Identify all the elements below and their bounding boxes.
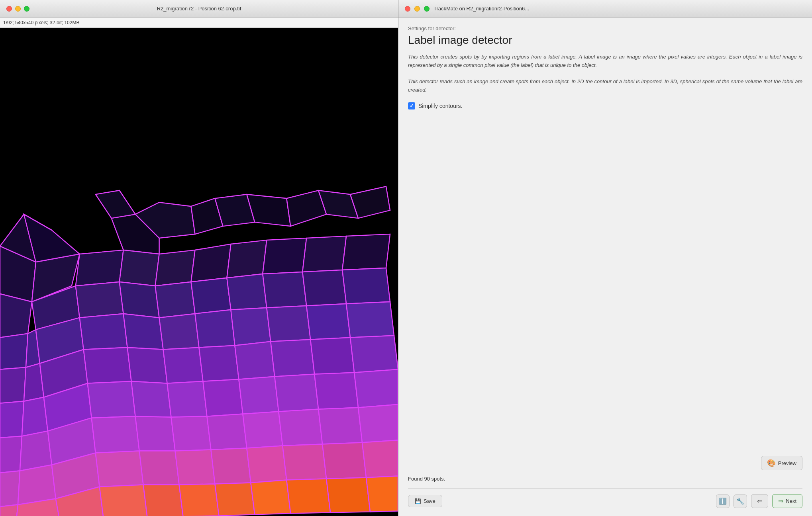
preview-button-label: Preview <box>778 460 796 466</box>
svg-marker-58 <box>131 381 171 417</box>
svg-marker-28 <box>227 274 267 310</box>
svg-marker-72 <box>243 412 282 448</box>
svg-marker-20 <box>302 236 346 272</box>
svg-marker-19 <box>263 238 306 274</box>
svg-marker-92 <box>179 484 219 516</box>
svg-marker-86 <box>362 440 398 478</box>
maximize-button-left[interactable] <box>24 6 29 12</box>
svg-marker-69 <box>135 416 175 451</box>
svg-marker-75 <box>358 405 398 443</box>
svg-marker-29 <box>263 272 306 308</box>
svg-marker-74 <box>318 408 362 444</box>
svg-marker-77 <box>18 465 56 505</box>
svg-marker-51 <box>271 340 314 377</box>
wrench-button[interactable]: 🔧 <box>734 494 747 508</box>
svg-marker-73 <box>279 409 322 446</box>
svg-marker-76 <box>0 471 20 507</box>
trackmate-window: TrackMate on R2_migrationr2-Position6...… <box>398 0 812 516</box>
svg-marker-46 <box>84 348 131 383</box>
image-window: R2_migration r2 - Position 62-crop.tif 1… <box>0 0 398 516</box>
svg-marker-95 <box>286 479 330 513</box>
svg-marker-82 <box>211 448 251 484</box>
svg-marker-55 <box>22 397 48 436</box>
svg-marker-31 <box>342 268 390 304</box>
simplify-contours-row: Simplify contours. <box>408 102 802 109</box>
trackmate-window-title: TrackMate on R2_migrationr2-Position6... <box>433 6 529 12</box>
back-button[interactable]: ⇐ <box>751 494 768 508</box>
svg-marker-32 <box>0 334 28 369</box>
svg-marker-97 <box>366 476 398 512</box>
detector-description: This detector creates spots by by import… <box>408 53 802 94</box>
svg-marker-71 <box>207 414 247 450</box>
preview-row: 🎨 Preview <box>408 456 802 470</box>
svg-marker-47 <box>127 348 167 383</box>
svg-marker-42 <box>346 302 394 338</box>
svg-marker-40 <box>267 306 310 342</box>
info-button[interactable]: ℹ️ <box>716 494 730 508</box>
svg-marker-21 <box>342 234 390 270</box>
save-button-label: Save <box>424 498 435 504</box>
bottom-toolbar: 💾 Save ℹ️ 🔧 ⇐ ⇒ Next <box>408 488 802 508</box>
svg-marker-53 <box>350 336 398 373</box>
trackmate-titlebar: TrackMate on R2_migrationr2-Position6... <box>398 0 812 18</box>
svg-marker-16 <box>155 250 195 286</box>
next-button[interactable]: ⇒ Next <box>772 494 802 508</box>
svg-marker-25 <box>120 282 159 318</box>
cell-visualization <box>0 28 398 516</box>
back-arrow-icon: ⇐ <box>757 497 762 505</box>
maximize-button-right[interactable] <box>424 6 430 12</box>
svg-marker-54 <box>0 401 24 438</box>
svg-marker-59 <box>167 381 207 417</box>
svg-marker-87 <box>0 504 18 516</box>
trackmate-bottom: 🎨 Preview Found 90 spots. 💾 Save ℹ️ 🔧 ⇐ … <box>398 451 812 516</box>
close-button-right[interactable] <box>405 6 410 12</box>
svg-marker-79 <box>96 451 143 487</box>
svg-marker-50 <box>235 342 275 379</box>
image-info-bar: 1/92; 540x540 pixels; 32-bit; 102MB <box>0 18 398 28</box>
svg-marker-80 <box>139 451 179 485</box>
svg-marker-96 <box>326 477 370 512</box>
simplify-contours-checkbox[interactable] <box>408 102 415 109</box>
svg-marker-52 <box>310 338 354 374</box>
preview-button[interactable]: 🎨 Preview <box>761 456 802 470</box>
svg-marker-27 <box>191 278 231 314</box>
save-icon: 💾 <box>415 498 421 504</box>
simplify-contours-label: Simplify contours. <box>418 103 462 109</box>
settings-label: Settings for detector: <box>408 25 802 31</box>
detector-title: Label image detector <box>408 34 802 47</box>
svg-marker-36 <box>124 314 163 350</box>
minimize-button-right[interactable] <box>414 6 420 12</box>
svg-marker-57 <box>88 381 135 418</box>
svg-marker-26 <box>155 282 195 318</box>
svg-marker-94 <box>251 480 290 514</box>
svg-marker-93 <box>215 483 255 516</box>
found-spots-text: Found 90 spots. <box>408 476 802 482</box>
minimize-button-left[interactable] <box>15 6 21 12</box>
svg-marker-70 <box>171 416 211 451</box>
wrench-icon: 🔧 <box>736 497 744 505</box>
trackmate-content: Settings for detector: Label image detec… <box>398 18 812 451</box>
image-window-title: R2_migration r2 - Position 62-crop.tif <box>157 6 241 12</box>
svg-marker-62 <box>275 374 318 412</box>
svg-marker-15 <box>120 250 159 286</box>
info-icon: ℹ️ <box>719 497 727 505</box>
svg-marker-22 <box>0 294 32 338</box>
svg-marker-83 <box>247 446 286 483</box>
svg-marker-39 <box>231 308 271 346</box>
svg-marker-64 <box>354 369 398 408</box>
svg-marker-17 <box>191 244 231 282</box>
svg-marker-35 <box>80 314 127 350</box>
svg-marker-81 <box>175 450 215 485</box>
image-canvas <box>0 28 398 516</box>
svg-marker-84 <box>282 444 326 480</box>
svg-marker-38 <box>195 310 235 348</box>
svg-marker-30 <box>302 270 346 306</box>
image-titlebar: R2_migration r2 - Position 62-crop.tif <box>0 0 398 18</box>
svg-marker-37 <box>159 314 199 350</box>
save-button[interactable]: 💾 Save <box>408 495 442 507</box>
svg-marker-90 <box>100 485 147 516</box>
svg-marker-41 <box>306 304 350 340</box>
svg-marker-18 <box>227 240 267 278</box>
close-button-left[interactable] <box>6 6 12 12</box>
svg-marker-24 <box>76 282 124 318</box>
